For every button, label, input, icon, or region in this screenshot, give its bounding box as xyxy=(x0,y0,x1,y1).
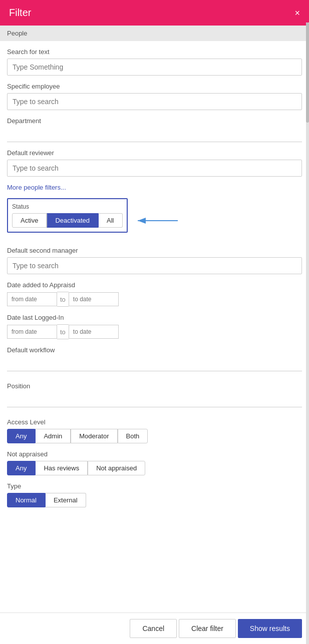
date-added-label: Date added to Appraisd xyxy=(7,281,302,289)
close-button[interactable]: × xyxy=(294,9,300,18)
access-moderator-btn[interactable]: Moderator xyxy=(71,429,117,443)
appraised-not-appraised-btn[interactable]: Not appraised xyxy=(88,461,145,475)
status-active-btn[interactable]: Active xyxy=(12,213,47,228)
department-label: Department xyxy=(7,117,302,125)
filter-modal: Filter × People Search for text Specific… xyxy=(0,0,309,644)
department-group: Department xyxy=(7,117,302,142)
default-reviewer-label: Default reviewer xyxy=(7,149,302,157)
specific-employee-label: Specific employee xyxy=(7,83,302,90)
date-added-separator: to xyxy=(57,292,69,307)
scrollbar-thumb[interactable] xyxy=(306,23,309,123)
position-group: Position xyxy=(7,382,302,411)
status-all-btn[interactable]: All xyxy=(98,213,122,228)
access-both-btn[interactable]: Both xyxy=(118,429,148,443)
not-appraised-group: Not appraised Any Has reviews Not apprai… xyxy=(7,450,302,475)
date-added-group: Date added to Appraisd to xyxy=(7,281,302,307)
scrollbar[interactable] xyxy=(306,23,309,644)
date-logged-separator: to xyxy=(57,324,69,339)
specific-employee-input[interactable] xyxy=(7,93,302,110)
access-level-label: Access Level xyxy=(7,418,302,426)
not-appraised-label: Not appraised xyxy=(7,450,302,458)
more-filters-link[interactable]: More people filters... xyxy=(7,184,302,191)
type-external-btn[interactable]: External xyxy=(45,493,86,507)
search-for-text-input[interactable] xyxy=(7,59,302,76)
modal-header: Filter × xyxy=(0,0,309,26)
date-added-to-input[interactable] xyxy=(69,292,119,306)
default-second-manager-input[interactable] xyxy=(7,257,302,274)
clear-filter-button[interactable]: Clear filter xyxy=(179,619,236,638)
modal-footer: Cancel Clear filter Show results xyxy=(0,612,309,644)
date-added-row: to xyxy=(7,292,302,307)
default-second-manager-group: Default second manager xyxy=(7,247,302,274)
default-second-manager-label: Default second manager xyxy=(7,247,302,254)
search-for-text-label: Search for text xyxy=(7,48,302,56)
access-admin-btn[interactable]: Admin xyxy=(35,429,71,443)
default-workflow-input[interactable] xyxy=(7,357,302,371)
default-workflow-group: Default workflow xyxy=(7,346,302,375)
arrow-icon xyxy=(133,213,183,228)
arrow-annotation xyxy=(133,213,183,230)
show-results-button[interactable]: Show results xyxy=(238,619,302,638)
position-input[interactable] xyxy=(7,393,302,407)
date-logged-to-input[interactable] xyxy=(69,325,119,339)
date-logged-label: Date last Logged-In xyxy=(7,314,302,321)
cancel-button[interactable]: Cancel xyxy=(130,619,177,638)
type-label: Type xyxy=(7,482,302,490)
date-added-from-input[interactable] xyxy=(7,292,57,306)
date-logged-from-input[interactable] xyxy=(7,325,57,339)
appraised-has-reviews-btn[interactable]: Has reviews xyxy=(35,461,88,475)
position-label: Position xyxy=(7,382,302,390)
type-group: Type Normal External xyxy=(7,482,302,507)
status-box: Status Active Deactivated All xyxy=(7,198,128,233)
default-workflow-label: Default workflow xyxy=(7,346,302,354)
date-logged-row: to xyxy=(7,324,302,339)
default-reviewer-input[interactable] xyxy=(7,160,302,177)
status-deactivated-btn[interactable]: Deactivated xyxy=(47,213,98,228)
not-appraised-btn-group: Any Has reviews Not appraised xyxy=(7,461,302,475)
modal-title: Filter xyxy=(9,7,31,19)
department-input[interactable] xyxy=(7,128,302,142)
specific-employee-group: Specific employee xyxy=(7,83,302,110)
type-normal-btn[interactable]: Normal xyxy=(7,493,45,507)
type-btn-group: Normal External xyxy=(7,493,302,507)
date-logged-group: Date last Logged-In to xyxy=(7,314,302,339)
appraised-any-btn[interactable]: Any xyxy=(7,461,35,475)
status-section: Status Active Deactivated All xyxy=(7,198,302,240)
status-btn-group: Active Deactivated All xyxy=(12,213,123,228)
default-reviewer-group: Default reviewer xyxy=(7,149,302,177)
search-for-text-group: Search for text xyxy=(7,48,302,76)
access-level-btn-group: Any Admin Moderator Both xyxy=(7,429,302,443)
access-level-group: Access Level Any Admin Moderator Both xyxy=(7,418,302,443)
status-label: Status xyxy=(12,203,123,210)
section-people: People xyxy=(0,26,309,41)
access-any-btn[interactable]: Any xyxy=(7,429,35,443)
modal-body: Search for text Specific employee Depart… xyxy=(0,41,309,612)
